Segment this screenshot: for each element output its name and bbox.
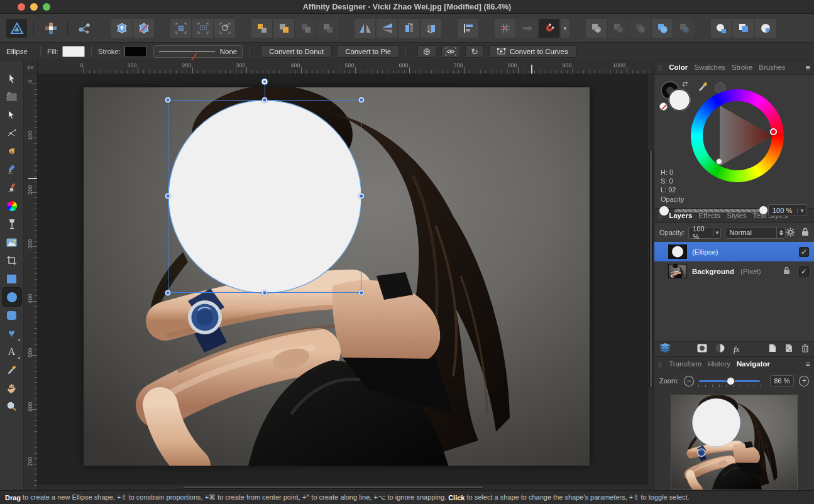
panel-menu-icon[interactable]: ≡ [805,359,810,369]
insert-behind-button[interactable] [133,19,154,38]
opacity-dropdown[interactable]: 100 % ▾ [768,204,807,216]
transform-objects-toggle[interactable] [214,19,235,38]
tab-swatches[interactable]: Swatches [694,63,725,71]
convert-to-pie-button[interactable]: Convert to Pie [337,45,399,58]
ruler-units[interactable]: px [24,60,38,74]
zoom-out-button[interactable]: − [684,376,694,386]
vertical-scrollbar[interactable] [648,74,654,490]
node-tool[interactable] [3,106,21,124]
pen-tool[interactable] [3,142,21,160]
transparency-tool[interactable] [3,215,21,233]
crop-tool[interactable] [3,251,21,270]
rectangle-tool[interactable] [3,270,21,288]
fill-stroke-selector[interactable]: ⇄ [661,81,695,112]
canvas-area[interactable] [38,74,654,490]
resize-handle-ne[interactable] [359,97,365,103]
snap-to-pixels-toggle[interactable] [192,19,213,38]
resize-handle-w[interactable] [165,194,171,199]
pencil-tool[interactable] [3,160,21,178]
zoom-in-button[interactable]: + [799,376,809,386]
text-tool[interactable]: A [3,342,21,361]
boolean-subtract-button[interactable]: − [608,19,629,38]
ellipse-tool[interactable] [3,288,21,306]
boolean-intersect-button[interactable] [630,19,651,38]
color-wheel[interactable] [691,89,784,182]
insert-inside-button[interactable] [111,19,132,38]
shape-tool[interactable]: ♥ [3,324,21,342]
tab-navigator[interactable]: Navigator [737,360,770,368]
boolean-xor-button[interactable] [652,19,673,38]
no-fill-icon[interactable] [659,102,668,111]
view-tool[interactable] [3,379,21,397]
delete-layer-button[interactable] [801,344,809,355]
layers-stack-button[interactable] [659,343,671,355]
export-persona-button[interactable] [74,19,95,38]
hue-selector[interactable] [770,128,777,135]
hsl-triangle[interactable] [703,101,772,170]
flip-vertical-button[interactable] [377,19,397,38]
panel-grip[interactable]: || [658,64,663,71]
rotate-ccw-button[interactable] [399,19,419,38]
move-to-front-button[interactable] [295,19,316,38]
mask-layer-button[interactable] [697,344,707,355]
layer-effects-button[interactable]: fx [734,344,739,354]
zoom-value[interactable]: 86 % [770,375,795,387]
resize-handle-sw[interactable] [165,290,171,296]
layer-visibility-checkbox[interactable]: ✓ [799,266,809,277]
flip-horizontal-button[interactable] [355,19,375,38]
layer-visibility-checkbox[interactable]: ✓ [799,247,809,257]
minimize-button[interactable] [30,3,38,11]
tab-color[interactable]: Color [669,63,688,71]
v-scroll-thumb[interactable] [649,150,652,388]
style-pie-button[interactable] [755,19,776,38]
resize-handle-se[interactable] [359,290,365,296]
layer-row-background[interactable]: Background (Pixel) ✓ [654,261,814,281]
layer-row-ellipse[interactable]: (Ellipse) ✓ [654,242,814,261]
horizontal-scrollbar[interactable] [38,485,654,490]
resize-handle-n[interactable] [262,97,268,103]
panel-grip[interactable]: || [658,361,663,368]
move-forward-button[interactable] [251,19,272,38]
layer-lock-button[interactable] [801,227,809,238]
color-picker-tool[interactable] [3,361,21,379]
zoom-slider-track[interactable] [699,380,760,382]
h-scroll-thumb[interactable] [182,486,484,489]
stroke-swatch[interactable] [124,46,147,57]
hide-selection-button[interactable] [441,45,460,58]
opacity-well[interactable] [659,206,669,216]
tab-brushes[interactable]: Brushes [759,63,785,71]
fill-swatch[interactable] [62,46,85,57]
swap-colors-icon[interactable]: ⇄ [682,80,688,88]
zoom-tool[interactable] [3,397,21,415]
move-tool[interactable] [3,69,21,87]
rounded-rectangle-tool[interactable] [3,306,21,324]
rotation-handle[interactable] [261,79,268,85]
alignment-button[interactable] [458,19,478,38]
color-picker-icon[interactable] [698,82,708,94]
snapping-options-caret[interactable]: ▾ [561,19,569,38]
resize-handle-e[interactable] [359,194,365,199]
move-by-whole-pixels-button[interactable] [517,19,537,38]
navigator-preview[interactable] [671,395,797,490]
resize-handle-s[interactable] [262,290,268,296]
fill-color-well[interactable] [669,89,690,111]
convert-to-curves-button[interactable]: Convert to Curves [489,45,576,58]
layer-settings-button[interactable] [786,227,795,238]
cycle-selection-button[interactable]: ↻ [465,45,484,58]
layer-opacity-dropdown[interactable]: 100 % ▾ [688,227,721,239]
style-stroke-button[interactable] [733,19,754,38]
resize-handle-nw[interactable] [165,97,171,103]
opacity-slider-knob[interactable] [759,205,768,215]
opacity-slider-track[interactable] [674,209,764,212]
tab-stroke[interactable]: Stroke [732,63,752,71]
move-origin-button[interactable]: ⊕ [417,45,436,58]
saturation-lightness-selector[interactable] [716,158,722,165]
move-backward-button[interactable] [273,19,294,38]
designer-persona-button[interactable] [6,19,27,38]
tab-transform[interactable]: Transform [669,360,701,368]
convert-to-donut-button[interactable]: Convert to Donut [261,45,332,58]
fill-tool[interactable] [3,197,21,215]
style-fill-button[interactable] [711,19,732,38]
stroke-style-control[interactable]: None [153,45,243,58]
blend-mode-dropdown[interactable]: Normal [725,227,786,239]
